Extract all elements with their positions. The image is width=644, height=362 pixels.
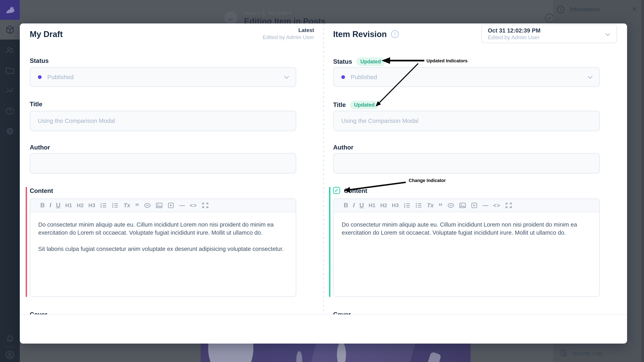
- revision-panel: Item Revision ! Oct 31 12:02:39 PM Edite…: [333, 23, 617, 314]
- gear-icon: [5, 126, 15, 136]
- status-select[interactable]: Published: [333, 67, 600, 87]
- title-input[interactable]: Using the Comparison Modal: [333, 111, 600, 131]
- module-settings[interactable]: [0, 121, 20, 141]
- comparison-modal: Latest Edited by Admin User My Draft Sta…: [20, 23, 627, 344]
- fullscreen-button[interactable]: [505, 202, 512, 209]
- blockquote-button[interactable]: ”: [438, 202, 442, 211]
- revision-info-icon[interactable]: !: [391, 30, 399, 38]
- breadcrumb-caret-icon: [289, 12, 292, 14]
- italic-button[interactable]: I: [50, 202, 51, 209]
- title-value: Using the Comparison Modal: [341, 117, 418, 124]
- content-paragraph: Sit laboris culpa fugiat consectetur ani…: [38, 245, 288, 253]
- status-select[interactable]: Published: [30, 67, 296, 87]
- content-editor: BIUH1H2H3 123 Tx” —<> Do consectetur min…: [333, 198, 600, 297]
- directus-logo[interactable]: [0, 0, 20, 20]
- revision-panel-title-row: Item Revision !: [333, 29, 399, 39]
- h1-button[interactable]: H1: [65, 203, 72, 208]
- editor-toolbar: BIUH1H2H3 123 Tx” —<>: [30, 199, 296, 212]
- editor-toolbar: BIUH1H2H3 123 Tx” —<>: [334, 199, 599, 212]
- latest-edited-by: Edited by Admin User: [263, 34, 314, 41]
- author-field-label-row: Author: [333, 144, 353, 151]
- latest-version-meta: Latest Edited by Admin User: [263, 27, 314, 41]
- screen: ← Posts • My Draft Editing Item in Posts…: [0, 0, 644, 362]
- breadcrumb[interactable]: Posts • My Draft: [244, 10, 292, 16]
- cube-icon: [5, 25, 15, 35]
- module-help[interactable]: [0, 101, 20, 121]
- bold-button[interactable]: B: [40, 202, 45, 209]
- content-field-label-row: Content: [344, 187, 367, 194]
- module-insights[interactable]: [0, 81, 20, 100]
- title-input[interactable]: Using the Comparison Modal: [30, 111, 296, 131]
- underline-button[interactable]: U: [360, 202, 364, 209]
- sidebar-close-button[interactable]: ×: [632, 5, 636, 13]
- panel-divider: [323, 23, 324, 344]
- h3-button[interactable]: H3: [88, 203, 95, 208]
- video-button[interactable]: [167, 202, 174, 209]
- status-field-label-row: Status Updated: [333, 57, 385, 66]
- change-bar-removed: [26, 187, 27, 297]
- image-button[interactable]: [156, 202, 163, 209]
- breadcrumb-collection[interactable]: Posts: [244, 10, 256, 16]
- h1-button[interactable]: H1: [368, 203, 376, 208]
- link-button[interactable]: [447, 202, 454, 209]
- clear-format-button[interactable]: Tx: [124, 202, 130, 208]
- info-sidebar-header[interactable]: i Information: [557, 6, 600, 13]
- code-button[interactable]: <>: [493, 203, 500, 208]
- title-field-label-row: Title: [30, 101, 42, 108]
- back-button[interactable]: ←: [224, 11, 238, 25]
- link-button[interactable]: [144, 202, 151, 209]
- content-diff-checkbox[interactable]: [333, 187, 340, 194]
- title-label: Title: [333, 101, 346, 108]
- module-users[interactable]: [0, 40, 20, 60]
- underline-button[interactable]: U: [56, 202, 60, 209]
- ordered-list-button[interactable]: 123: [404, 202, 410, 209]
- bold-button[interactable]: B: [344, 202, 348, 209]
- bullet-list-button[interactable]: [415, 202, 422, 209]
- content-editable-area[interactable]: Do consectetur minim aliquip aute eu. Ci…: [30, 212, 296, 270]
- updated-indicators-annotation: Updated Indicators: [426, 58, 468, 63]
- blockquote-button[interactable]: ”: [135, 202, 139, 211]
- svg-text:3: 3: [404, 206, 405, 209]
- content-editor: BIUH1H2H3 123 Tx” —<> Do consectetur min…: [30, 198, 296, 297]
- user-avatar-icon: [4, 350, 15, 360]
- status-value: Published: [47, 74, 74, 81]
- save-button[interactable]: [545, 13, 554, 23]
- author-input[interactable]: [30, 153, 296, 174]
- revision-selector[interactable]: Oct 31 12:02:39 PM Edited by Admin User: [481, 24, 617, 43]
- updated-badge: Updated: [350, 101, 379, 109]
- cover-label: Cover: [30, 311, 47, 314]
- italic-button[interactable]: I: [353, 202, 354, 209]
- hr-button[interactable]: —: [483, 202, 488, 208]
- module-content[interactable]: [0, 20, 20, 39]
- hr-button[interactable]: —: [179, 202, 185, 208]
- code-button[interactable]: <>: [190, 203, 197, 208]
- h3-button[interactable]: H3: [392, 203, 399, 208]
- content-paragraph: Do consectetur minim aliquip aute eu. Ci…: [342, 221, 591, 237]
- help-icon: [5, 106, 15, 116]
- image-button[interactable]: [459, 202, 466, 209]
- page-scrollbar[interactable]: [641, 0, 644, 362]
- activity-log-item[interactable]: Activity Log: [560, 350, 602, 357]
- post-hero-image: [200, 344, 470, 362]
- rabbit-icon: [4, 4, 16, 16]
- h2-button[interactable]: H2: [380, 203, 387, 208]
- change-indicator-annotation: Change Indicator: [409, 178, 446, 183]
- title-field-label-row: Title Updated: [333, 101, 379, 109]
- change-bar-added: [329, 187, 330, 297]
- title-value: Using the Comparison Modal: [38, 117, 115, 124]
- module-files[interactable]: [0, 61, 20, 80]
- h2-button[interactable]: H2: [77, 203, 84, 208]
- status-field-label-row: Status: [30, 57, 49, 64]
- fullscreen-button[interactable]: [202, 202, 209, 209]
- status-label: Status: [333, 58, 352, 65]
- user-menu[interactable]: [0, 345, 20, 362]
- clear-format-button[interactable]: Tx: [427, 202, 434, 208]
- breadcrumb-item[interactable]: My Draft: [269, 10, 286, 16]
- bullet-list-button[interactable]: [112, 202, 119, 209]
- video-button[interactable]: [471, 202, 478, 209]
- title-label: Title: [30, 101, 42, 108]
- updated-badge: Updated: [356, 57, 385, 66]
- content-editable-area[interactable]: Do consectetur minim aliquip aute eu. Ci…: [334, 212, 599, 253]
- ordered-list-button[interactable]: 123: [100, 202, 107, 209]
- author-input[interactable]: [333, 153, 600, 174]
